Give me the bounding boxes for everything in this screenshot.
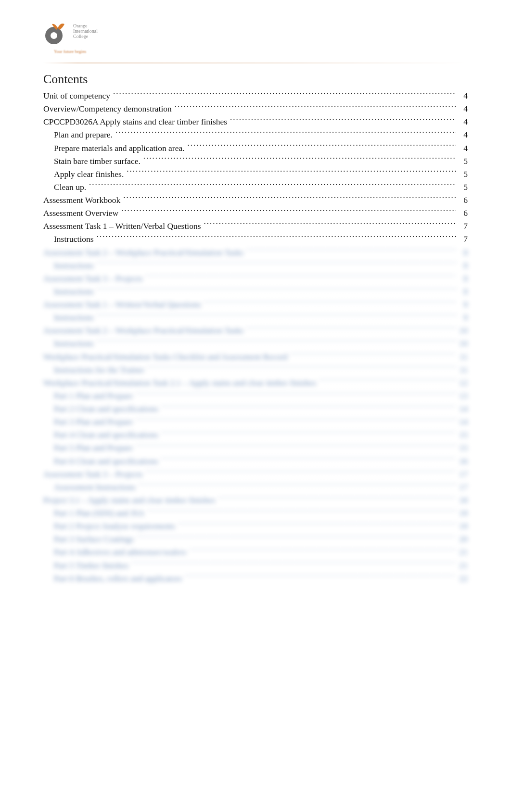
toc-leader-dots	[147, 364, 456, 373]
toc-entry-label: Assessment Overview	[43, 207, 118, 220]
toc-entry-label: Assessment Task 3 – Projects	[43, 272, 143, 285]
toc-entry-label: Part 6 Brushes, rollers and applicators	[54, 572, 182, 585]
toc-row: Instructions7	[43, 233, 468, 246]
toc-row: CPCCPD3026A Apply stains and clear timbe…	[43, 115, 468, 128]
toc-entry-page: 19	[459, 507, 468, 520]
toc-row: Workplace Practical/Simulation Tasks Che…	[43, 350, 468, 363]
toc-leader-dots	[175, 103, 456, 112]
toc-leader-dots	[123, 195, 456, 203]
toc-entry-page: 12	[459, 376, 468, 389]
toc-entry-label: Stain bare timber surface.	[54, 155, 141, 168]
toc-row: Unit of competency4	[43, 89, 468, 102]
toc-row: Part 4 Clean and specifications15	[43, 428, 468, 441]
toc-entry-label: Assessment Task 1 – Written/Verbal Quest…	[43, 298, 201, 311]
toc-entry-page: 5	[459, 155, 468, 168]
table-of-contents-blurred: Assessment Task 2 – Workplace Practical/…	[43, 246, 468, 585]
toc-entry-label: Assessment Task 3 – Projects	[43, 468, 143, 481]
logo-line1: Orange	[73, 23, 98, 28]
toc-leader-dots	[185, 573, 456, 581]
toc-entry-label: Part 4 Clean and specifications	[54, 428, 158, 441]
toc-leader-dots	[97, 286, 456, 294]
toc-row: Part 3 Surface Coatings20	[43, 533, 468, 546]
toc-entry-label: Assessment Task 2 – Workplace Practical/…	[43, 246, 243, 259]
toc-leader-dots	[113, 90, 456, 99]
toc-leader-dots	[146, 273, 457, 281]
college-logo: Orange International College Your future…	[43, 14, 115, 58]
toc-entry-page: 16	[459, 455, 468, 468]
toc-entry-label: Part 2 Project Analyse requirements	[54, 520, 175, 533]
toc-row: Stain bare timber surface.5	[43, 155, 468, 168]
toc-row: Assessment Task 1 – Written/Verbal Quest…	[43, 298, 468, 311]
svg-point-1	[51, 32, 57, 39]
toc-entry-label: Part 2 Clean and specifications	[54, 402, 158, 415]
toc-leader-dots	[161, 429, 456, 438]
toc-row: Part 5 Timber finishes21	[43, 559, 468, 572]
toc-leader-dots	[121, 208, 456, 216]
toc-entry-label: Workplace Practical/Simulation Task 2.1 …	[43, 376, 316, 389]
toc-row: Part 6 Brushes, rollers and applicators2…	[43, 572, 468, 585]
toc-row: Part 2 Project Analyse requirements19	[43, 520, 468, 533]
toc-row: Instructions for the Trainer11	[43, 363, 468, 376]
toc-entry-label: Unit of competency	[43, 89, 110, 102]
toc-entry-label: Instructions	[54, 311, 94, 324]
toc-entry-label: Part 3 Surface Coatings	[54, 533, 134, 546]
toc-entry-page: 18	[459, 494, 468, 507]
toc-entry-page: 9	[459, 311, 468, 324]
toc-entry-label: Instructions for the Trainer	[54, 363, 144, 376]
toc-entry-label: Part 3 Plan and Prepare	[54, 415, 133, 428]
toc-row: Assessment Task 1 – Written/Verbal Quest…	[43, 220, 468, 233]
toc-entry-page: 9	[459, 298, 468, 311]
toc-leader-dots	[139, 481, 456, 490]
toc-row: Assessment Workbook6	[43, 194, 468, 207]
toc-leader-dots	[131, 560, 456, 568]
toc-leader-dots	[161, 403, 456, 412]
toc-entry-page: 5	[459, 168, 468, 181]
toc-entry-page: 7	[459, 220, 468, 233]
toc-entry-page: 11	[459, 363, 468, 376]
toc-leader-dots	[218, 494, 456, 503]
toc-entry-page: 15	[459, 441, 468, 454]
toc-entry-page: 10	[459, 337, 468, 350]
toc-leader-dots	[136, 390, 456, 399]
toc-entry-label: Instructions	[54, 259, 94, 272]
toc-row: Assessment Task 3 – Projects8	[43, 272, 468, 285]
toc-entry-page: 21	[459, 559, 468, 572]
logo-line3: College	[73, 34, 98, 39]
toc-row: Part 1 Plan (SDS) and JSA19	[43, 507, 468, 520]
toc-entry-label: Instructions	[54, 337, 94, 350]
toc-entry-label: Part 5 Plan and Prepare	[54, 441, 133, 454]
toc-entry-label: Plan and prepare.	[54, 128, 113, 141]
toc-entry-page: 4	[459, 89, 468, 102]
toc-row: Assessment Task 2 – Workplace Practical/…	[43, 324, 468, 337]
toc-entry-label: Instructions	[54, 285, 94, 298]
logo-text: Orange International College	[73, 23, 98, 39]
toc-entry-label: Overview/Competency demonstration	[43, 102, 172, 115]
toc-entry-page: 8	[459, 272, 468, 285]
toc-row: Assessment Task 3 – Projects17	[43, 468, 468, 481]
toc-row: Part 5 Plan and Prepare15	[43, 441, 468, 454]
toc-row: Part 1 Plan and Prepare13	[43, 389, 468, 402]
toc-leader-dots	[143, 155, 456, 164]
toc-leader-dots	[89, 181, 456, 190]
toc-leader-dots	[246, 247, 456, 255]
toc-leader-dots	[230, 116, 456, 125]
toc-leader-dots	[319, 377, 456, 386]
logo-tagline: Your future begins	[54, 49, 86, 54]
toc-row: Instructions10	[43, 337, 468, 350]
toc-leader-dots	[115, 129, 456, 138]
toc-entry-label: CPCCPD3026A Apply stains and clear timbe…	[43, 115, 227, 128]
toc-entry-page: 6	[459, 194, 468, 207]
page-title: Contents	[43, 72, 468, 87]
header-divider	[43, 62, 468, 63]
toc-leader-dots	[136, 416, 456, 425]
toc-entry-label: Part 5 Timber finishes	[54, 559, 128, 572]
toc-entry-page: 8	[459, 259, 468, 272]
toc-row: Part 3 Plan and Prepare14	[43, 415, 468, 428]
toc-row: Workplace Practical/Simulation Task 2.1 …	[43, 376, 468, 389]
toc-leader-dots	[188, 142, 456, 151]
logo-icon	[43, 19, 72, 48]
toc-entry-page: 17	[459, 468, 468, 481]
toc-leader-dots	[137, 534, 456, 542]
toc-row: Overview/Competency demonstration4	[43, 102, 468, 115]
toc-leader-dots	[97, 338, 456, 347]
